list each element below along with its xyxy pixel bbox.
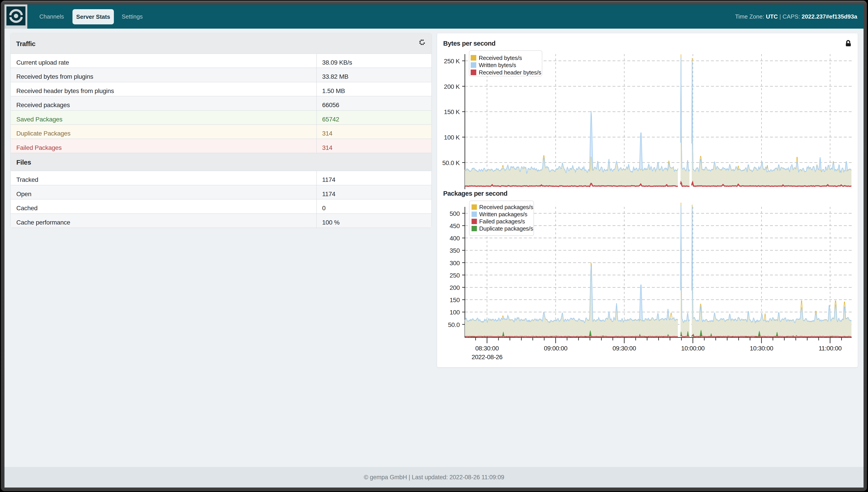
svg-text:Received packages/s: Received packages/s (479, 204, 533, 211)
svg-text:2022-08-26: 2022-08-26 (472, 353, 503, 361)
svg-text:09:00:00: 09:00:00 (544, 345, 567, 352)
svg-text:200 K: 200 K (444, 83, 460, 90)
svg-text:500: 500 (450, 210, 460, 217)
svg-text:100: 100 (450, 309, 460, 316)
svg-text:400: 400 (450, 235, 460, 242)
svg-text:Written packages/s: Written packages/s (479, 211, 528, 218)
svg-text:50.0 K: 50.0 K (442, 159, 460, 166)
svg-text:150: 150 (450, 297, 460, 303)
svg-text:11:00:00: 11:00:00 (819, 345, 842, 352)
svg-text:Written bytes/s: Written bytes/s (479, 62, 516, 69)
svg-text:10:30:00: 10:30:00 (750, 345, 773, 352)
svg-text:300: 300 (450, 260, 460, 267)
svg-text:200: 200 (450, 284, 460, 291)
svg-text:Received header bytes/s: Received header bytes/s (479, 69, 541, 76)
svg-text:Failed packages/s: Failed packages/s (479, 218, 525, 225)
svg-text:350: 350 (450, 247, 460, 254)
svg-text:Received bytes/s: Received bytes/s (479, 54, 522, 61)
svg-text:09:30:00: 09:30:00 (612, 345, 636, 352)
svg-text:250 K: 250 K (444, 58, 460, 65)
svg-text:150 K: 150 K (444, 108, 460, 115)
svg-text:08:30:00: 08:30:00 (475, 345, 499, 352)
svg-text:250: 250 (450, 272, 460, 279)
svg-text:50.0: 50.0 (448, 321, 460, 328)
svg-text:450: 450 (450, 223, 460, 229)
svg-text:100 K: 100 K (444, 134, 460, 141)
svg-text:Duplicate packages/s: Duplicate packages/s (479, 225, 533, 232)
svg-text:10:00:00: 10:00:00 (681, 345, 705, 352)
